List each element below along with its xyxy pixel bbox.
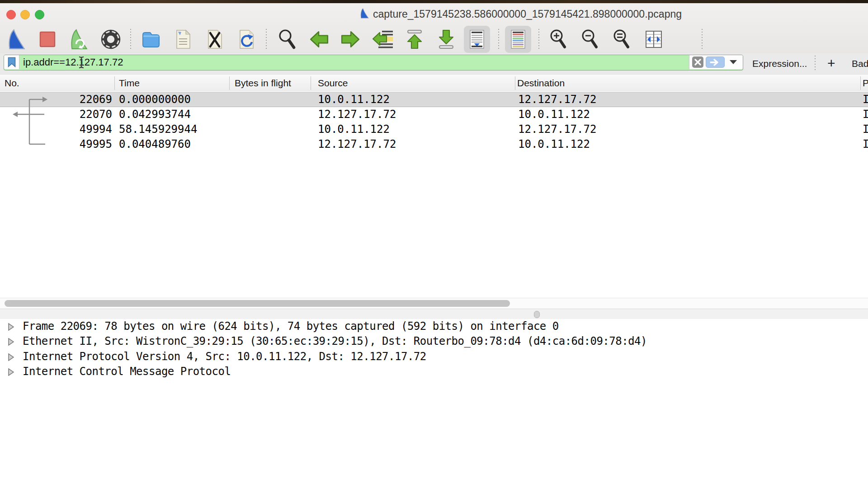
zoom-in-icon [548,28,569,50]
colorize-icon [509,28,528,50]
go-to-packet-button[interactable] [370,26,396,53]
minimize-window-button[interactable] [20,10,30,19]
reload-file-icon [237,29,256,50]
detail-row-ip[interactable]: Internet Protocol Version 4, Src: 10.0.1… [0,349,868,365]
resize-columns-icon [643,29,664,49]
cell-time: 0.042993744 [119,107,191,122]
column-divider[interactable] [311,76,311,90]
column-header-protocol-clipped[interactable]: P [863,75,868,92]
restart-capture-icon [69,28,89,50]
close-file-button[interactable] [202,26,228,53]
filter-text: ip.addr==12.127.17.72 [23,55,123,69]
filter-clear-button[interactable] [692,56,703,68]
close-icon [694,59,701,66]
go-last-packet-button[interactable] [433,26,459,53]
toolbar-separator [266,29,267,50]
zoom-out-button[interactable] [577,26,603,53]
open-folder-icon [141,29,161,49]
cell-protocol-clipped: I [863,107,868,122]
packet-row[interactable]: 49995 0.040489760 12.127.17.72 10.0.11.1… [0,137,868,152]
start-capture-button[interactable] [4,26,30,53]
cell-destination: 10.0.11.122 [518,137,590,152]
stop-capture-button[interactable] [34,26,61,53]
arrow-left-icon [309,29,330,49]
packet-row[interactable]: 22070 0.042993744 12.127.17.72 10.0.11.1… [0,107,868,122]
column-divider[interactable] [229,76,230,90]
scrollbar-thumb[interactable] [5,300,510,307]
column-divider[interactable] [114,76,115,90]
filter-shortcut-bad[interactable]: Bad [852,53,868,74]
reload-file-button[interactable] [233,26,259,53]
expand-triangle-icon[interactable] [8,323,14,331]
detail-text: Ethernet II, Src: WistronC_39:29:15 (30:… [23,334,647,349]
cell-protocol-clipped: I [863,137,868,152]
filter-bar: ip.addr==12.127.17.72 Expressi [0,53,868,75]
gear-icon [100,29,121,50]
splitter-handle[interactable] [534,311,540,318]
detail-text: Frame 22069: 78 bytes on wire (624 bits)… [23,319,559,334]
column-header-source[interactable]: Source [318,75,348,92]
detail-row-ethernet[interactable]: Ethernet II, Src: WistronC_39:29:15 (30:… [0,334,868,349]
column-header-bytes-in-flight[interactable]: Bytes in flight [235,75,291,92]
filter-buttons-group [689,55,743,69]
pane-splitter[interactable] [0,309,868,320]
zoom-in-button[interactable] [545,26,571,53]
resize-columns-button[interactable] [641,26,667,53]
toolbar-separator [130,29,131,50]
detail-row-icmp[interactable]: Internet Control Message Protocol [0,364,868,380]
toolbar-separator [498,29,499,50]
display-filter-input[interactable]: ip.addr==12.127.17.72 [4,55,743,70]
open-file-button[interactable] [138,26,164,53]
related-packets-indicator [4,92,53,155]
expand-triangle-icon[interactable] [8,338,14,346]
expand-triangle-icon[interactable] [8,368,14,376]
filter-history-dropdown[interactable] [730,60,737,64]
wireshark-fin-icon [359,7,369,21]
zoom-out-icon [580,28,600,50]
cell-source: 10.0.11.122 [318,122,390,137]
column-header-no[interactable]: No. [5,75,19,92]
restart-capture-button[interactable] [66,26,92,53]
cell-protocol-clipped: I [863,93,868,107]
capture-options-button[interactable] [98,26,124,53]
auto-scroll-icon [467,28,486,50]
cell-protocol-clipped: I [863,122,868,137]
go-forward-button[interactable] [337,26,363,53]
column-header-time[interactable]: Time [119,75,140,92]
packet-list-header: No. Time Bytes in flight Source Destinat… [0,74,868,93]
filter-apply-button[interactable] [706,56,725,68]
desktop-background-strip [0,0,868,3]
packet-row[interactable]: 22069 0.000000000 10.0.11.122 12.127.17.… [0,92,868,107]
go-first-packet-button[interactable] [401,26,428,53]
search-icon [277,28,297,50]
column-header-destination[interactable]: Destination [517,75,565,92]
find-packet-button[interactable] [274,26,300,53]
packet-row[interactable]: 49994 58.145929944 10.0.11.122 12.127.17… [0,122,868,137]
column-divider[interactable] [860,76,861,90]
toolbar-separator [702,29,703,50]
filter-bookmark-button[interactable] [4,55,19,69]
expression-button[interactable]: Expression... [752,53,807,74]
window-title: capture_1579145238.586000000_1579145421.… [373,8,682,20]
bookmark-icon [8,57,16,67]
zoom-window-button[interactable] [35,10,44,19]
detail-row-frame[interactable]: Frame 22069: 78 bytes on wire (624 bits)… [0,319,868,334]
filter-separator [815,56,816,72]
colorize-toggle[interactable] [505,26,531,53]
zoom-normal-button[interactable] [609,26,635,53]
horizontal-scrollbar[interactable] [0,298,868,309]
titlebar: capture_1579145238.586000000_1579145421.… [359,7,682,21]
close-window-button[interactable] [6,10,16,19]
ibeam-cursor [78,56,85,70]
go-back-button[interactable] [306,26,332,53]
column-divider[interactable] [515,76,515,90]
save-file-button[interactable] [170,26,196,53]
cell-destination: 12.127.17.72 [518,122,596,137]
expand-triangle-icon[interactable] [8,353,14,361]
cell-destination: 10.0.11.122 [518,107,590,122]
cell-source: 12.127.17.72 [318,137,396,152]
add-filter-button[interactable]: + [827,53,835,73]
auto-scroll-toggle[interactable] [464,26,490,53]
cell-source: 10.0.11.122 [318,93,390,107]
stop-capture-icon [38,29,57,49]
